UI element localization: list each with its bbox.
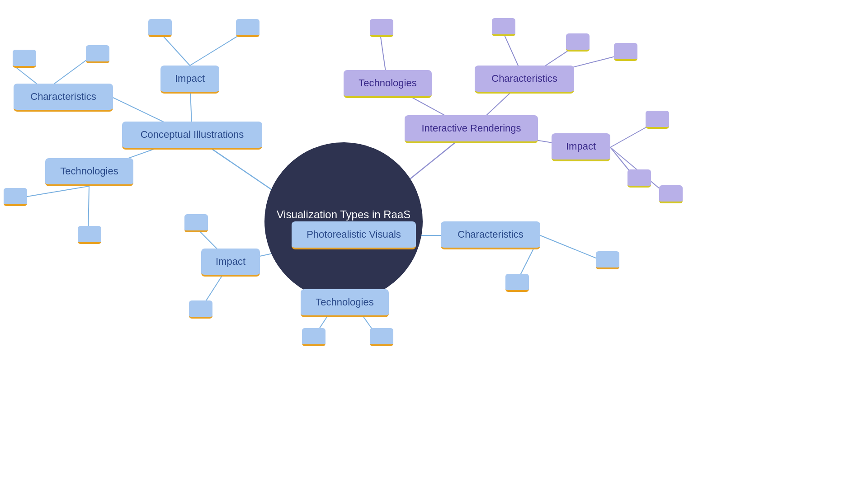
leaf-box-7 xyxy=(184,214,208,232)
technologies-top-label: Technologies xyxy=(359,77,416,89)
impact-bottom-label: Impact xyxy=(216,256,245,267)
impact-top-label: Impact xyxy=(175,73,205,84)
node-impact-top[interactable]: Impact xyxy=(160,66,219,94)
leaf-box-3 xyxy=(4,188,27,206)
technologies-left-label: Technologies xyxy=(60,165,118,177)
interactive-renderings-label: Interactive Renderings xyxy=(421,122,521,134)
characteristics-left-label: Characteristics xyxy=(30,91,96,103)
node-technologies-left[interactable]: Technologies xyxy=(45,158,133,186)
leaf-box-2 xyxy=(86,45,109,63)
node-interactive-renderings[interactable]: Interactive Renderings xyxy=(405,115,538,143)
node-photorealistic-visuals[interactable]: Photorealistic Visuals xyxy=(292,221,416,249)
leaf-box-17 xyxy=(646,111,669,129)
node-impact-bottom[interactable]: Impact xyxy=(201,249,260,277)
node-technologies-bottom[interactable]: Technologies xyxy=(301,289,389,317)
leaf-box-13 xyxy=(370,19,393,37)
conceptual-illustrations-label: Conceptual Illustrations xyxy=(141,129,244,141)
impact-right-label: Impact xyxy=(566,141,596,152)
leaf-box-12 xyxy=(505,274,529,292)
leaf-box-8 xyxy=(189,300,212,319)
leaf-box-6 xyxy=(236,19,259,37)
leaf-box-19 xyxy=(659,185,683,203)
leaf-box-4 xyxy=(78,226,101,244)
leaf-box-11 xyxy=(596,251,619,269)
characteristics-right-label: Characteristics xyxy=(491,73,557,84)
node-characteristics-bottom[interactable]: Characteristics xyxy=(441,221,540,249)
leaf-box-14 xyxy=(492,18,515,36)
leaf-box-10 xyxy=(370,328,393,346)
photorealistic-visuals-label: Photorealistic Visuals xyxy=(307,229,401,240)
leaf-box-5 xyxy=(148,19,172,37)
node-conceptual-illustrations[interactable]: Conceptual Illustrations xyxy=(122,122,262,150)
leaf-box-15 xyxy=(566,33,590,52)
leaf-box-16 xyxy=(614,43,637,61)
technologies-bottom-label: Technologies xyxy=(316,296,373,308)
node-impact-right[interactable]: Impact xyxy=(552,133,610,161)
node-technologies-top[interactable]: Technologies xyxy=(344,70,432,98)
leaf-box-18 xyxy=(627,169,651,188)
node-characteristics-right[interactable]: Characteristics xyxy=(475,66,574,94)
leaf-box-1 xyxy=(13,50,36,68)
leaf-box-9 xyxy=(302,328,326,346)
characteristics-bottom-label: Characteristics xyxy=(458,229,523,240)
node-characteristics-left[interactable]: Characteristics xyxy=(14,84,113,112)
